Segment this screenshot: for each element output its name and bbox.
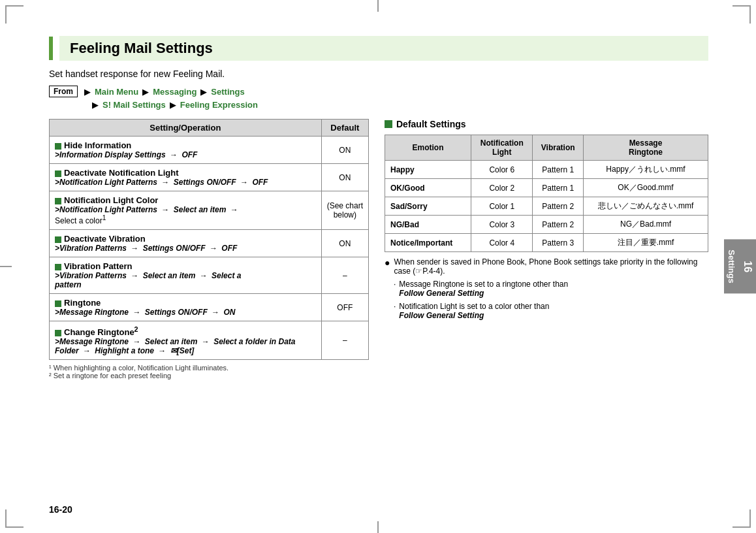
footnote-1: ¹ When highlighting a color, Notificatio…	[49, 364, 369, 372]
default-settings-label: Default Settings	[396, 119, 466, 129]
row-label: Notification Light Color	[55, 195, 316, 205]
green-square-icon	[55, 198, 61, 204]
corner-mark-br	[732, 509, 751, 528]
light-cell: Color 4	[471, 234, 532, 252]
corner-mark-tl	[5, 5, 24, 24]
vibration-cell: Pattern 1	[533, 161, 584, 179]
row-label: Change Ringtone2	[55, 325, 316, 337]
light-cell: Color 2	[471, 179, 532, 197]
vibration-cell: Pattern 3	[533, 234, 584, 252]
table-row: Deactivate Vibration >Vibration Patterns…	[50, 230, 369, 257]
row-label: Hide Information	[55, 140, 316, 150]
breadcrumb-arrow-3: ▶	[200, 87, 207, 97]
default-value: (See chartbelow)	[321, 191, 368, 230]
setting-operation-cell: Ringtone >Message Ringtone → Settings ON…	[50, 294, 322, 321]
breadcrumb-arrow-4: ▶	[92, 100, 99, 110]
setting-operation-cell: Notification Light Color >Notification L…	[50, 191, 322, 230]
breadcrumb-settings: Settings	[211, 87, 244, 97]
table-row: Notice/Important Color 4 Pattern 3 注目／重要…	[385, 234, 708, 252]
table-row: Deactivate Notification Light >Notificat…	[50, 164, 369, 191]
setting-operation-cell: Deactivate Vibration >Vibration Patterns…	[50, 230, 322, 257]
breadcrumb-arrow-5: ▶	[170, 100, 176, 110]
emotion-cell: Notice/Important	[385, 234, 471, 252]
breadcrumb-feeling: Feeling Expression	[180, 100, 258, 110]
row-sub: >Message Ringtone → Select an item → Sel…	[55, 337, 316, 355]
row-sub-cont2: pattern	[55, 280, 316, 289]
page-number: 16-20	[49, 504, 72, 515]
default-value: ON	[321, 137, 368, 164]
green-square-icon	[55, 170, 61, 177]
row-label: Vibration Pattern	[55, 261, 316, 271]
setting-operation-cell: Hide Information >Information Display Se…	[50, 137, 322, 164]
vibration-cell: Pattern 2	[533, 216, 584, 234]
default-value: ON	[321, 164, 368, 191]
table-row: Vibration Pattern >Vibration Patterns → …	[50, 257, 369, 294]
setting-operation-cell: Change Ringtone2 >Message Ringtone → Sel…	[50, 321, 322, 360]
note-sub-item-1: · Message Ringtone is set to a ringtone …	[394, 280, 708, 298]
emotion-cell: Happy	[385, 161, 471, 179]
subtitle: Set handset response for new Feeling Mai…	[49, 69, 708, 79]
corner-mark-tr	[732, 5, 751, 24]
default-value: –	[321, 321, 368, 360]
emotion-cell: Sad/Sorry	[385, 197, 471, 216]
green-square-icon	[55, 300, 61, 307]
dot-icon-2: ·	[394, 302, 396, 311]
breadcrumb: From ▶ Main Menu ▶ Messaging ▶ Settings …	[49, 86, 708, 110]
default-value: OFF	[321, 294, 368, 321]
title-text: Feeling Mail Settings	[59, 36, 708, 61]
ringtone-cell: OK／Good.mmf	[583, 179, 708, 197]
side-tab: 16 Settings	[724, 239, 756, 293]
note-sub-text-2: Notification Light is set to a color oth…	[399, 302, 549, 320]
section-title: Feeling Mail Settings	[49, 36, 708, 61]
breadcrumb-s-mail: S! Mail Settings	[102, 100, 166, 110]
green-square-icon	[55, 143, 61, 150]
note-sub-items: · Message Ringtone is set to a ringtone …	[394, 280, 708, 320]
table-row: Change Ringtone2 >Message Ringtone → Sel…	[50, 321, 369, 360]
light-cell: Color 6	[471, 161, 532, 179]
note-main-text: When sender is saved in Phone Book, Phon…	[394, 257, 708, 276]
bullet-icon: ●	[385, 257, 390, 268]
title-bar	[49, 37, 53, 60]
ds-col-emotion: Emotion	[385, 135, 471, 161]
col-header-operation: Setting/Operation	[50, 120, 322, 137]
vibration-cell: Pattern 2	[533, 197, 584, 216]
top-center-mark	[377, 0, 379, 12]
ringtone-cell: 悲しい／ごめんなさい.mmf	[583, 197, 708, 216]
row-sub: >Notification Light Patterns → Select an…	[55, 205, 316, 214]
note-follow-general-2: Follow General Setting	[399, 311, 484, 320]
from-button: From	[49, 86, 78, 97]
table-row: Sad/Sorry Color 1 Pattern 2 悲しい／ごめんなさい.m…	[385, 197, 708, 216]
breadcrumb-arrow-1: ▶	[84, 87, 91, 97]
green-square-icon	[55, 330, 61, 336]
table-row: Ringtone >Message Ringtone → Settings ON…	[50, 294, 369, 321]
row-sub: >Vibration Patterns → Settings ON/OFF → …	[55, 244, 316, 253]
corner-mark-bl	[5, 509, 24, 528]
setting-operation-cell: Vibration Pattern >Vibration Patterns → …	[50, 257, 322, 294]
footnotes: ¹ When highlighting a color, Notificatio…	[49, 364, 369, 380]
settings-table: Setting/Operation Default Hide Informati…	[49, 119, 369, 360]
col-header-default: Default	[321, 120, 368, 137]
default-settings-title: Default Settings	[385, 119, 708, 129]
green-square-icon	[55, 264, 61, 270]
note-main: ● When sender is saved in Phone Book, Ph…	[385, 257, 708, 276]
light-cell: Color 1	[471, 197, 532, 216]
setting-operation-cell: Deactivate Notification Light >Notificat…	[50, 164, 322, 191]
ringtone-cell: NG／Bad.mmf	[583, 216, 708, 234]
row-sub-cont: Select a color1	[55, 214, 316, 225]
ringtone-cell: 注目／重要.mmf	[583, 234, 708, 252]
row-sub: >Message Ringtone → Settings ON/OFF → ON	[55, 308, 316, 317]
ds-col-light: NotificationLight	[471, 135, 532, 161]
ds-col-vibration: Vibration	[533, 135, 584, 161]
table-row: NG/Bad Color 3 Pattern 2 NG／Bad.mmf	[385, 216, 708, 234]
ringtone-cell: Happy／うれしい.mmf	[583, 161, 708, 179]
table-row: Notification Light Color >Notification L…	[50, 191, 369, 230]
left-center-mark	[0, 266, 12, 267]
emotion-cell: NG/Bad	[385, 216, 471, 234]
breadcrumb-main-menu: Main Menu	[95, 87, 138, 97]
row-label: Ringtone	[55, 298, 316, 308]
side-tab-number: 16	[742, 261, 753, 272]
table-row: Hide Information >Information Display Se…	[50, 137, 369, 164]
row-sub: >Information Display Settings → OFF	[55, 150, 316, 159]
vibration-cell: Pattern 1	[533, 179, 584, 197]
default-value: –	[321, 257, 368, 294]
